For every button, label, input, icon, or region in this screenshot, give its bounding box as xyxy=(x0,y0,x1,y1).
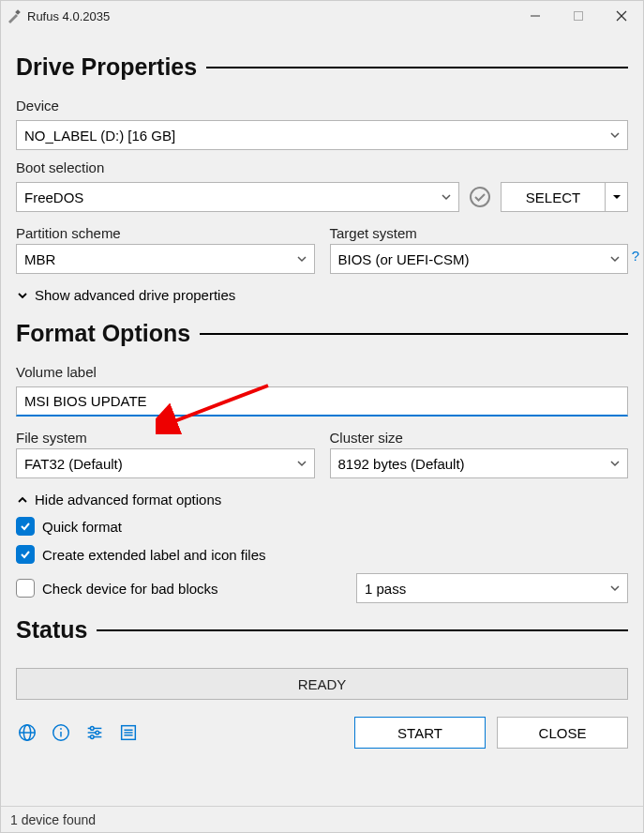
footer-status: 1 device found xyxy=(1,806,643,832)
section-format-options: Format Options xyxy=(16,320,628,347)
partition-scheme-label: Partition scheme xyxy=(16,225,315,241)
quick-format-checkbox[interactable]: Quick format xyxy=(16,517,628,536)
minimize-button[interactable] xyxy=(514,1,557,31)
chevron-down-icon xyxy=(16,290,29,301)
device-label: Device xyxy=(16,98,628,114)
device-select[interactable]: NO_LABEL (D:) [16 GB] xyxy=(16,120,628,150)
svg-point-5 xyxy=(471,188,489,206)
start-button[interactable]: START xyxy=(354,717,486,749)
status-bar: READY xyxy=(16,668,628,700)
cluster-size-label: Cluster size xyxy=(330,430,629,446)
section-title: Drive Properties xyxy=(16,53,197,81)
section-divider xyxy=(200,333,628,335)
advanced-format-label: Hide advanced format options xyxy=(35,492,221,507)
info-icon[interactable] xyxy=(50,721,72,744)
volume-label-label: Volume label xyxy=(16,364,628,380)
section-title: Status xyxy=(16,616,87,644)
svg-point-15 xyxy=(90,727,94,731)
footer-text: 1 device found xyxy=(10,812,96,827)
boot-selection-select[interactable]: FreeDOS xyxy=(16,182,459,212)
partition-scheme-select[interactable]: MBR xyxy=(16,244,315,274)
settings-icon[interactable] xyxy=(83,721,106,744)
advanced-drive-toggle[interactable]: Show advanced drive properties xyxy=(16,287,628,303)
section-title: Format Options xyxy=(16,320,190,347)
section-divider xyxy=(206,67,628,68)
extended-label-label: Create extended label and icon files xyxy=(42,547,266,563)
checkbox-unchecked-icon xyxy=(16,579,35,598)
maximize-button[interactable] xyxy=(557,1,600,31)
status-text: READY xyxy=(298,676,347,692)
language-icon[interactable] xyxy=(16,721,38,744)
help-icon[interactable]: ? xyxy=(632,248,639,264)
quick-format-label: Quick format xyxy=(42,519,122,535)
file-system-label: File system xyxy=(16,430,315,446)
svg-point-11 xyxy=(60,728,62,730)
usb-icon xyxy=(7,8,22,23)
target-system-select[interactable]: BIOS (or UEFI-CSM) xyxy=(330,244,629,274)
checkbox-checked-icon xyxy=(16,517,35,536)
log-icon[interactable] xyxy=(117,721,140,744)
titlebar: Rufus 4.0.2035 xyxy=(1,1,643,31)
target-system-label: Target system xyxy=(330,225,629,241)
boot-selection-label: Boot selection xyxy=(16,159,628,175)
close-window-button[interactable] xyxy=(600,1,643,31)
window-title: Rufus 4.0.2035 xyxy=(27,9,110,23)
section-status: Status xyxy=(16,616,628,644)
extended-label-checkbox[interactable]: Create extended label and icon files xyxy=(16,545,628,564)
section-drive-properties: Drive Properties xyxy=(16,53,628,81)
bad-blocks-checkbox[interactable]: Check device for bad blocks xyxy=(16,579,341,598)
select-button-group: SELECT xyxy=(501,182,628,212)
svg-rect-2 xyxy=(575,12,583,21)
svg-rect-0 xyxy=(15,9,21,15)
cluster-size-select[interactable]: 8192 bytes (Default) xyxy=(330,448,629,478)
bad-blocks-label: Check device for bad blocks xyxy=(42,581,218,597)
section-divider xyxy=(97,629,628,631)
checkbox-checked-icon xyxy=(16,545,35,564)
file-system-select[interactable]: FAT32 (Default) xyxy=(16,448,315,478)
svg-point-17 xyxy=(90,735,94,739)
select-dropdown-button[interactable] xyxy=(605,183,627,211)
advanced-format-toggle[interactable]: Hide advanced format options xyxy=(16,492,628,507)
close-button[interactable]: CLOSE xyxy=(497,717,628,749)
check-circle-icon[interactable] xyxy=(469,186,491,208)
chevron-up-icon xyxy=(16,494,29,506)
select-button[interactable]: SELECT xyxy=(502,183,605,211)
bad-blocks-passes-select[interactable]: 1 pass xyxy=(356,573,628,603)
volume-label-input[interactable] xyxy=(16,386,628,416)
svg-point-16 xyxy=(96,731,99,735)
advanced-drive-label: Show advanced drive properties xyxy=(35,287,235,303)
